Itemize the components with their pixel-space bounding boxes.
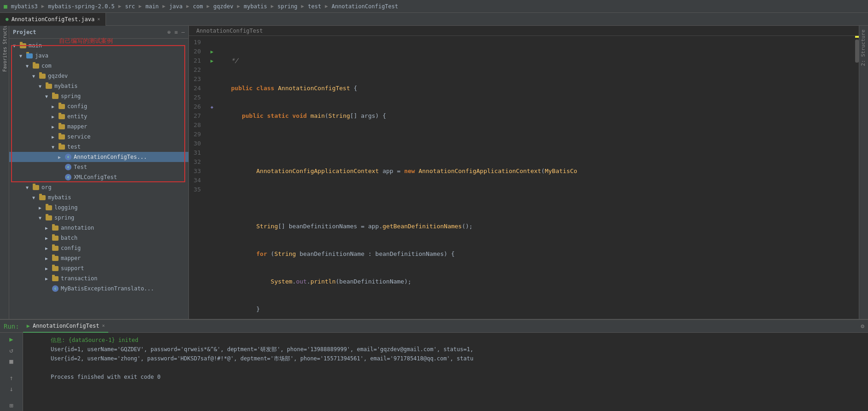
console-line-info: 信息: {dataSource-1} inited xyxy=(51,336,864,345)
console-tab-run[interactable]: ▶ AnnotationConfigTest × xyxy=(23,320,109,333)
tree-item-mapper2[interactable]: ▶ mapper xyxy=(9,253,188,263)
label-act: AnnotationConfigTes... xyxy=(74,154,147,160)
arrow-mapper2: ▶ xyxy=(45,256,52,261)
folder-icon-main xyxy=(19,42,27,49)
arrow-transaction: ▶ xyxy=(45,276,52,281)
tree-item-mybatis[interactable]: ▼ mybatis xyxy=(9,81,188,91)
breadcrumb-com[interactable]: com xyxy=(193,3,203,10)
arrow-config2: ▶ xyxy=(45,246,52,251)
tree-item-support[interactable]: ▶ support xyxy=(9,263,188,273)
tree-item-annotation[interactable]: ▶ annotation xyxy=(9,223,188,233)
sidebar-settings-icon[interactable]: ≡ xyxy=(175,29,178,35)
run-gutter-21[interactable]: ▶ xyxy=(211,58,214,64)
tree-item-config2[interactable]: ▶ config xyxy=(9,243,188,253)
tab-label: AnnotationConfigTest.java xyxy=(12,16,95,23)
arrow-mybatis: ▼ xyxy=(39,84,45,89)
tree-item-entity[interactable]: ▶ entity xyxy=(9,111,188,122)
label-mapper: mapper xyxy=(67,123,87,130)
tree-item-spring[interactable]: ▼ spring xyxy=(9,91,188,101)
tree-item-logging[interactable]: ▶ logging xyxy=(9,203,188,213)
breadcrumb-repo[interactable]: mybatis-spring-2.0.5 xyxy=(48,3,115,10)
breadcrumb-spring[interactable]: spring xyxy=(277,3,297,10)
code-area[interactable]: 19 20 21 22 23 24 25 26 27 28 29 30 31 3… xyxy=(189,36,859,319)
tree-item-spring2[interactable]: ▼ spring xyxy=(9,213,188,223)
line-20: public class AnnotationConfigTest { xyxy=(220,84,853,93)
tree-item-testfile[interactable]: ▶ c Test xyxy=(9,162,188,172)
structure-tab-icon[interactable]: Structure xyxy=(0,28,9,36)
tab-annotation-config-test[interactable]: ● AnnotationConfigTest.java × xyxy=(0,13,106,26)
label-testfile: Test xyxy=(74,164,87,170)
line-24 xyxy=(220,194,853,203)
sep4: ▶ xyxy=(163,3,166,9)
folder-icon-gqzdev xyxy=(39,72,46,80)
breadcrumb-src[interactable]: src xyxy=(125,3,135,10)
label-batch: batch xyxy=(61,235,77,241)
sidebar-minimize-icon[interactable]: – xyxy=(182,29,185,35)
arrow-mapper: ▶ xyxy=(52,124,58,129)
tree-item-service[interactable]: ▶ service xyxy=(9,132,188,142)
line-21: public static void main(String[] args) { xyxy=(220,111,853,121)
label-com: com xyxy=(41,63,52,69)
label-mybatis-exception: MyBatisExceptionTranslato... xyxy=(61,285,154,292)
breadcrumb-main[interactable]: main xyxy=(146,3,159,10)
breadcrumb-gqzdev[interactable]: gqzdev xyxy=(213,3,233,10)
sep10: ▶ xyxy=(325,3,328,9)
label-org: org xyxy=(41,184,52,191)
console-up-button[interactable]: ↑ xyxy=(7,373,16,382)
breadcrumb-file[interactable]: AnnotationConfigTest xyxy=(332,3,399,10)
tab-file-icon: ● xyxy=(6,16,9,22)
line-23: AnnotationConfigApplicationContext app =… xyxy=(220,167,853,176)
tree-item-transaction[interactable]: ▶ transaction xyxy=(9,273,188,284)
folder-icon-config2 xyxy=(52,244,59,252)
run-gutter-20[interactable]: ▶ xyxy=(211,49,214,55)
tree-item-test[interactable]: ▼ test xyxy=(9,142,188,152)
sidebar-gear-icon[interactable]: ⊕ xyxy=(167,29,170,35)
tree-item-gqzdev[interactable]: ▼ gqzdev xyxy=(9,71,188,81)
console-rerun-button[interactable]: ↺ xyxy=(7,346,16,355)
breadcrumb-project[interactable]: mybatis3 xyxy=(11,3,38,10)
bookmark-26[interactable]: ◈ xyxy=(211,104,213,110)
arrow-service: ▶ xyxy=(52,134,58,139)
breadcrumb-mybatis[interactable]: mybatis xyxy=(244,3,267,10)
folder-icon-mybatis xyxy=(45,82,53,90)
tree-item-org[interactable]: ▼ org xyxy=(9,182,188,192)
label-gqzdev: gqzdev xyxy=(48,73,68,79)
folder-icon-mapper xyxy=(58,123,65,130)
favorites-tab-icon[interactable]: Favorites xyxy=(0,55,9,64)
gutter: ▶ ▶ ◈ xyxy=(207,36,217,319)
console-down-button[interactable]: ↓ xyxy=(7,384,16,394)
breadcrumb-test[interactable]: test xyxy=(308,3,321,10)
console-content: 信息: {dataSource-1} inited User{id=1, use… xyxy=(23,333,868,411)
java-file-icon-mybatis-exception: c xyxy=(52,285,59,292)
scroll-thumb[interactable] xyxy=(855,40,859,63)
code-lines[interactable]: */ public class AnnotationConfigTest { p… xyxy=(217,36,853,319)
arrow-entity: ▶ xyxy=(52,114,58,119)
tree-item-mybatis2[interactable]: ▼ mybatis xyxy=(9,192,188,203)
folder-icon-org xyxy=(32,184,40,191)
tree-item-mapper[interactable]: ▶ mapper xyxy=(9,122,188,132)
console-gear-icon[interactable]: ⚙ xyxy=(861,323,864,330)
console-stop-button[interactable]: ■ xyxy=(7,357,16,366)
line-numbers: 19 20 21 22 23 24 25 26 27 28 29 30 31 3… xyxy=(189,36,207,319)
folder-icon-annotation xyxy=(52,224,59,232)
console-tab-close[interactable]: × xyxy=(102,323,105,328)
tree-item-mybatis-exception[interactable]: ▶ c MyBatisExceptionTranslato... xyxy=(9,284,188,294)
tree-item-annotation-config-test[interactable]: ▶ c AnnotationConfigTes... xyxy=(9,152,188,162)
tree-item-config[interactable]: ▶ config xyxy=(9,101,188,111)
editor-filename-bar: AnnotationConfigTest xyxy=(189,26,859,36)
tree-item-java[interactable]: ▼ java xyxy=(9,51,188,61)
sep8: ▶ xyxy=(271,3,274,9)
console-pin-button[interactable]: ⊞ xyxy=(7,401,16,410)
tree-item-batch[interactable]: ▶ batch xyxy=(9,233,188,243)
tab-close-button[interactable]: × xyxy=(97,17,100,22)
label-logging: logging xyxy=(54,204,78,211)
breadcrumb-java[interactable]: java xyxy=(169,3,182,10)
line-19: */ xyxy=(220,56,853,65)
tree-item-com[interactable]: ▼ com xyxy=(9,61,188,71)
tree-item-xmlconfigtest[interactable]: ▶ c XMLConfigTest xyxy=(9,172,188,182)
console-run-button[interactable]: ▶ xyxy=(7,335,16,344)
tree-item-main[interactable]: ▼ main xyxy=(9,41,188,51)
sep9: ▶ xyxy=(301,3,305,9)
vertical-tab-structure[interactable]: 2: Structure xyxy=(859,26,868,69)
scroll-bar[interactable] xyxy=(853,36,859,319)
